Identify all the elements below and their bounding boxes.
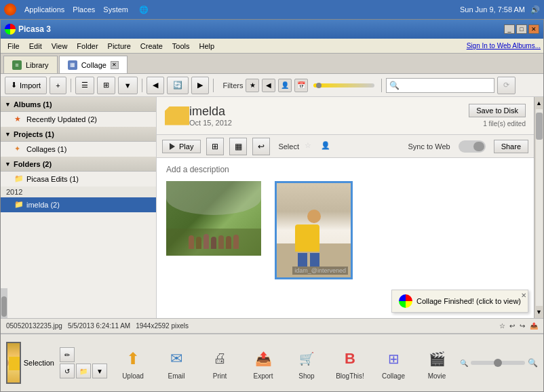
search-options-button[interactable]: ⟳ [497,77,516,94]
folder-button[interactable]: 📁 [76,364,91,378]
star-status-icon[interactable]: ☆ [499,322,505,330]
network-icon[interactable]: 🌐 [139,5,149,14]
toolbar-separator-1 [71,79,71,92]
movie-label: Movie [428,372,446,380]
filter-btn-1[interactable]: ◀ [262,79,275,92]
albums-section-header[interactable]: ▼ Albums (1) [1,97,156,112]
photo-thumb-2[interactable]: idam_@intervened [275,181,353,279]
save-to-disk-button[interactable]: Save to Disk [469,104,526,117]
projects-section-header[interactable]: ▼ Projects (1) [1,127,156,142]
zoom-area: 🔍 🔍 [460,358,538,368]
add-description[interactable]: Add a description [166,165,524,174]
scroll-thumb[interactable] [536,113,543,140]
shop-action-button[interactable]: 🛒 Shop [286,344,327,383]
collage-tab[interactable]: ▦ Collage ✕ [59,56,128,73]
filter-btn-3[interactable]: 📅 [294,79,308,92]
export-status-icon[interactable]: 📤 [530,322,538,330]
view-menu[interactable]: View [47,41,72,52]
star-filter-button[interactable]: ★ [246,79,259,92]
filter-btn-2[interactable]: 👤 [278,79,292,92]
recently-updated-item[interactable]: ★ Recently Updated (2) [1,112,156,127]
collage-action-button[interactable]: ⊞ Collage [373,344,414,383]
import-button[interactable]: ⬇ Import [5,77,47,94]
library-tab[interactable]: ≡ Library [3,56,58,73]
share-button[interactable]: Share [494,140,528,153]
window-title: Picasa 3 [18,24,51,34]
sign-in-link[interactable]: Sign In to Web Albums... [467,42,541,50]
folder-menu[interactable]: Folder [73,41,102,52]
refresh-status-icon[interactable]: ↩ [509,322,515,330]
person-select-icon[interactable]: 👤 [321,141,332,152]
zoom-handle[interactable] [494,359,502,367]
movie-icon: 🎬 [425,347,449,371]
zoom-in-icon[interactable]: 🔍 [528,358,538,368]
maximize-button[interactable]: □ [516,24,527,34]
sidebar: ▼ Albums (1) ★ Recently Updated (2) ▼ Pr… [1,97,157,318]
file-menu[interactable]: File [3,41,24,52]
tab-bar: ≡ Library ▦ Collage ✕ [1,54,543,74]
minimize-button[interactable]: _ [504,24,515,34]
refresh-btn[interactable]: ↩ [252,138,270,155]
sidebar-scroll: ▼ Albums (1) ★ Recently Updated (2) ▼ Pr… [1,97,156,288]
edit-button[interactable]: ✏ [60,347,75,362]
right-scrollbar[interactable]: ▲ ▼ [534,97,543,318]
collages-item[interactable]: ✦ Collages (1) [1,142,156,157]
volume-icon[interactable]: 🔊 [530,5,540,14]
zoom-slider[interactable] [471,361,525,365]
sidebar-scrollbar[interactable] [1,288,7,318]
system-menu[interactable]: System [103,5,128,14]
year-2012-label: 2012 [1,187,156,197]
toolbar-separator-4 [381,79,382,92]
albums-arrow-icon: ▼ [5,101,11,108]
export-label: Export [254,372,273,380]
blogthis-action-button[interactable]: B BlogThis! [330,344,370,383]
refresh-button[interactable]: 🔄 [167,77,189,94]
prev-button[interactable]: ◀ [147,77,164,94]
grid-view-button[interactable]: ⊞ [97,77,115,94]
sync-toggle[interactable] [459,140,486,153]
photo-thumb-1[interactable] [166,181,261,256]
view-options-button[interactable]: ▼ [118,77,138,94]
scroll-up-button[interactable]: ▲ [535,98,543,108]
grid-btn[interactable]: ▦ [229,138,247,155]
notification-close-button[interactable]: ✕ [521,292,526,299]
edit-menu[interactable]: Edit [25,41,46,52]
dropdown-button[interactable]: ▼ [92,364,107,378]
folder-actions: Save to Disk 1 file(s) edited [469,104,526,128]
search-box[interactable]: 🔍 [386,78,494,93]
email-action-button[interactable]: ✉ Email [156,344,197,383]
collage-tab-close[interactable]: ✕ [111,61,119,69]
scrollbar-thumb[interactable] [1,296,7,317]
export-action-button[interactable]: 📤 Export [243,344,284,383]
scroll-track [536,109,543,306]
imelda-folder-item[interactable]: 📁 imelda (2) [1,197,156,212]
add-folder-button[interactable]: + [50,77,66,94]
collage-notification[interactable]: Collage Finished! (click to view) ✕ [391,290,528,313]
places-menu[interactable]: Places [73,5,95,14]
picture-menu[interactable]: Picture [104,41,135,52]
play-button[interactable]: Play [162,140,201,153]
picasa-edits-item[interactable]: 📁 Picasa Edits (1) [1,172,156,187]
status-filename: 050520132235.jpg [6,322,62,330]
recently-updated-icon: ★ [14,115,24,124]
slideshow-button[interactable]: ⊞ [206,138,224,155]
search-input[interactable] [400,81,491,90]
rating-slider[interactable] [313,83,374,87]
folders-section-header[interactable]: ▼ Folders (2) [1,157,156,172]
tools-menu[interactable]: Tools [168,41,194,52]
applications-menu[interactable]: Applications [24,5,64,14]
next-button[interactable]: ▶ [191,77,209,94]
movie-action-button[interactable]: 🎬 Movie [416,344,457,383]
list-view-button[interactable]: ☰ [75,77,94,94]
print-action-button[interactable]: 🖨 Print [199,344,240,383]
create-menu[interactable]: Create [136,41,167,52]
zoom-out-icon[interactable]: 🔍 [460,359,468,367]
star-select-icon[interactable]: ☆ [305,141,315,152]
photo-2-image: idam_@intervened [275,181,353,279]
scroll-down-button[interactable]: ▼ [535,307,543,317]
upload-action-button[interactable]: ⬆ Upload [113,344,153,383]
rotate-left-button[interactable]: ↺ [60,364,75,378]
help-menu[interactable]: Help [195,41,219,52]
redo-status-icon[interactable]: ↪ [520,322,525,330]
close-button[interactable]: ✕ [528,24,539,34]
